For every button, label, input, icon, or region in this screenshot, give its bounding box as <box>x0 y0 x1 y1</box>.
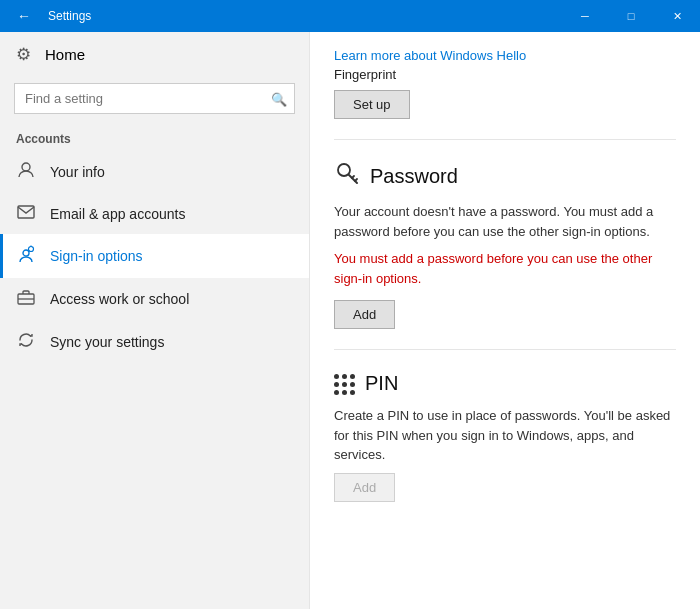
title-bar: ← Settings ─ □ ✕ <box>0 0 700 32</box>
pin-title: PIN <box>365 372 398 395</box>
password-header: Password <box>334 160 676 192</box>
password-title: Password <box>370 165 458 188</box>
password-description: Your account doesn't have a password. Yo… <box>334 202 676 241</box>
home-label: Home <box>45 46 85 63</box>
svg-point-2 <box>23 250 29 256</box>
setup-button[interactable]: Set up <box>334 90 410 119</box>
sidebar: ⚙ Home 🔍 Accounts Your info <box>0 32 310 609</box>
close-icon: ✕ <box>673 10 682 23</box>
email-label: Email & app accounts <box>50 206 185 222</box>
password-section: Password Your account doesn't have a pas… <box>334 160 676 329</box>
password-warning: You must add a password before you can u… <box>334 249 676 288</box>
pin-add-button[interactable]: Add <box>334 473 395 502</box>
main-layout: ⚙ Home 🔍 Accounts Your info <box>0 32 700 609</box>
pin-icon <box>334 370 355 396</box>
close-button[interactable]: ✕ <box>654 0 700 32</box>
work-school-label: Access work or school <box>50 291 189 307</box>
minimize-button[interactable]: ─ <box>562 0 608 32</box>
search-input[interactable] <box>14 83 295 114</box>
sidebar-item-home[interactable]: ⚙ Home <box>0 32 309 77</box>
email-icon <box>16 205 36 223</box>
password-icon <box>334 160 360 192</box>
sign-in-icon <box>16 245 36 267</box>
sidebar-item-sign-in[interactable]: Sign-in options <box>0 234 309 278</box>
pin-header: PIN <box>334 370 676 396</box>
window-controls: ─ □ ✕ <box>562 0 700 32</box>
svg-rect-1 <box>18 206 34 218</box>
title-bar-left: ← Settings <box>8 0 91 32</box>
back-icon: ← <box>17 8 31 24</box>
svg-line-9 <box>355 179 357 181</box>
windows-hello-link[interactable]: Learn more about Windows Hello <box>334 32 676 67</box>
sync-icon <box>16 331 36 353</box>
svg-point-7 <box>338 164 350 176</box>
sign-in-label: Sign-in options <box>50 248 143 264</box>
home-icon: ⚙ <box>16 44 31 65</box>
fingerprint-section: Fingerprint Set up <box>334 67 676 140</box>
pin-description: Create a PIN to use in place of password… <box>334 406 676 465</box>
fingerprint-label: Fingerprint <box>334 67 676 82</box>
work-school-icon <box>16 289 36 309</box>
svg-point-3 <box>29 247 34 252</box>
svg-point-0 <box>22 163 30 171</box>
sidebar-item-your-info[interactable]: Your info <box>0 150 309 194</box>
maximize-icon: □ <box>628 10 635 22</box>
sidebar-item-email-app[interactable]: Email & app accounts <box>0 194 309 234</box>
password-add-button[interactable]: Add <box>334 300 395 329</box>
sync-label: Sync your settings <box>50 334 164 350</box>
minimize-icon: ─ <box>581 10 589 22</box>
content-area: Learn more about Windows Hello Fingerpri… <box>310 32 700 609</box>
accounts-section-label: Accounts <box>0 124 309 150</box>
your-info-icon <box>16 161 36 183</box>
back-button[interactable]: ← <box>8 0 40 32</box>
section-divider <box>334 349 676 350</box>
search-icon: 🔍 <box>271 91 287 106</box>
search-box: 🔍 <box>14 83 295 114</box>
your-info-label: Your info <box>50 164 105 180</box>
svg-line-10 <box>352 176 354 178</box>
sidebar-item-sync-settings[interactable]: Sync your settings <box>0 320 309 364</box>
pin-section: PIN Create a PIN to use in place of pass… <box>334 370 676 502</box>
sidebar-item-work-school[interactable]: Access work or school <box>0 278 309 320</box>
maximize-button[interactable]: □ <box>608 0 654 32</box>
window-title: Settings <box>48 9 91 23</box>
